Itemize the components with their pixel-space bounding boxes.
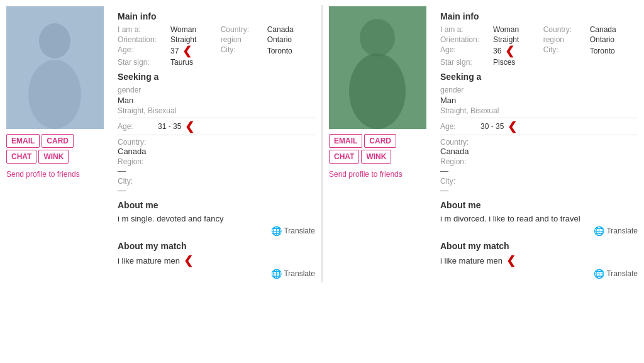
seeking-city-section-2: City: — — [440, 177, 638, 195]
country-value-2: Canada — [590, 25, 638, 34]
about-match-arrow-1: ❮ — [184, 255, 193, 266]
profile-photo-1 — [6, 6, 104, 129]
translate-about-btn-1[interactable]: 🌐 Translate — [271, 226, 315, 236]
seeking-country-section-2: Country: Canada — [440, 138, 638, 156]
seeking-country-value-2: Canada — [440, 147, 638, 156]
iam-label-2: I am a: — [440, 25, 491, 34]
wink-button-1[interactable]: WINK — [38, 150, 69, 164]
starsign-label-2: Star sign: — [440, 58, 491, 67]
divider-1a — [118, 118, 315, 118]
iam-value-2: Woman — [493, 25, 541, 34]
main-info-title-2: Main info — [440, 11, 638, 21]
starsign-value-2: Pisces — [493, 58, 541, 67]
seeking-age-row-1: Age: 31 - 35 ❮ — [118, 121, 315, 132]
seeking-country-label-1: Country: — [118, 138, 315, 147]
seeking-region-section-1: Region: — — [118, 157, 315, 176]
seeking-gender-label-2: gender — [440, 86, 638, 94]
seeking-country-value-1: Canada — [118, 147, 315, 156]
age-arrow-1: ❮ — [182, 45, 192, 57]
send-profile-link-1[interactable]: Send profile to friends — [6, 170, 80, 179]
translate-icon-match-1: 🌐 — [271, 269, 281, 279]
orientation-label-2: Orientation: — [440, 35, 491, 44]
profile-photo-2 — [329, 6, 426, 129]
left-col-1: EMAIL CARD CHAT WINK Send profile to fri… — [6, 6, 110, 281]
translate-row-about-2: 🌐 Translate — [440, 226, 638, 236]
seeking-orientation-2: Straight, Bisexual — [440, 106, 638, 115]
region-label-2: region — [543, 35, 587, 44]
wink-button-2[interactable]: WINK — [361, 150, 391, 164]
country-value-1: Canada — [267, 25, 315, 34]
iam-label-1: I am a: — [118, 25, 168, 34]
seeking-city-label-1: City: — [118, 177, 315, 186]
seeking-city-value-2: — — [440, 186, 638, 195]
translate-row-match-2: 🌐 Translate — [440, 269, 638, 279]
seeking-city-section-1: City: — — [118, 177, 315, 195]
age-value-1: 37 ❮ — [170, 45, 218, 57]
seeking-gender-value-1: Man — [118, 96, 315, 105]
seeking-age-label-1: Age: — [118, 122, 155, 131]
seeking-section-2: Seeking a gender Man Straight, Bisexual … — [440, 72, 638, 195]
right-col-2: Main info I am a: Woman Country: Canada … — [433, 6, 638, 281]
chat-button-1[interactable]: CHAT — [6, 150, 36, 164]
action-buttons-2: EMAIL CARD CHAT WINK — [329, 134, 426, 164]
page-wrapper: EMAIL CARD CHAT WINK Send profile to fri… — [0, 0, 644, 288]
divider-2b — [440, 135, 638, 135]
send-profile-link-2[interactable]: Send profile to friends — [329, 170, 402, 179]
about-me-title-1: About me — [118, 200, 315, 210]
city-value-1: Toronto — [267, 45, 315, 57]
about-match-title-2: About my match — [440, 241, 638, 251]
translate-match-btn-2[interactable]: 🌐 Translate — [594, 269, 638, 279]
iam-value-1: Woman — [170, 25, 218, 34]
country-label-1: Country: — [221, 25, 265, 34]
main-info-title-1: Main info — [118, 11, 315, 21]
about-match-arrow-2: ❮ — [506, 255, 516, 266]
seeking-region-value-1: — — [118, 166, 315, 176]
photo-placeholder-2 — [329, 6, 426, 129]
card-button-2[interactable]: CARD — [364, 134, 396, 148]
seeking-region-label-1: Region: — [118, 157, 315, 166]
main-info-grid-1: I am a: Woman Country: Canada Orientatio… — [118, 25, 315, 67]
about-match-text-1: i like mature men ❮ — [118, 255, 315, 266]
email-button-2[interactable]: EMAIL — [329, 134, 362, 148]
action-buttons-1: EMAIL CARD CHAT WINK — [6, 134, 104, 164]
age-label-1: Age: — [118, 45, 168, 57]
seeking-age-label-2: Age: — [440, 122, 478, 131]
age-label-2: Age: — [440, 45, 491, 57]
seeking-city-value-1: — — [118, 186, 315, 195]
seeking-gender-value-2: Man — [440, 96, 638, 105]
seeking-orientation-1: Straight, Bisexual — [118, 106, 315, 115]
seeking-region-section-2: Region: — — [440, 157, 638, 176]
about-match-title-1: About my match — [118, 241, 315, 251]
seeking-age-row-2: Age: 30 - 35 ❮ — [440, 121, 638, 132]
email-button-1[interactable]: EMAIL — [6, 134, 40, 148]
translate-match-btn-1[interactable]: 🌐 Translate — [271, 269, 315, 279]
right-col-1: Main info I am a: Woman Country: Canada … — [110, 6, 315, 281]
left-col-2: EMAIL CARD CHAT WINK Send profile to fri… — [329, 6, 433, 281]
seeking-city-label-2: City: — [440, 177, 638, 186]
orientation-value-1: Straight — [170, 35, 218, 44]
translate-row-match-1: 🌐 Translate — [118, 269, 315, 279]
city-label-1: City: — [221, 45, 265, 57]
starsign-value-1: Taurus — [170, 58, 218, 67]
card-button-1[interactable]: CARD — [42, 134, 74, 148]
region-value-1: Ontario — [267, 35, 315, 44]
seeking-title-1: Seeking a — [118, 72, 315, 82]
chat-button-2[interactable]: CHAT — [329, 150, 359, 164]
photo-svg-2 — [329, 6, 426, 129]
starsign-label-1: Star sign: — [118, 58, 168, 67]
svg-rect-3 — [6, 6, 104, 129]
photo-svg-1 — [6, 6, 104, 129]
age-arrow-2: ❮ — [505, 45, 514, 57]
translate-about-btn-2[interactable]: 🌐 Translate — [594, 226, 638, 236]
divider-1b — [118, 135, 315, 135]
about-me-text-1: i m single. devoted and fancy — [118, 214, 315, 223]
translate-row-about-1: 🌐 Translate — [118, 226, 315, 236]
seeking-country-label-2: Country: — [440, 138, 638, 147]
seeking-age-value-1: 31 - 35 ❮ — [158, 121, 194, 132]
region-label-1: region — [221, 35, 265, 44]
about-me-text-2: i m divorced. i like to read and to trav… — [440, 214, 638, 223]
translate-icon-2: 🌐 — [594, 226, 604, 236]
main-info-grid-2: I am a: Woman Country: Canada Orientatio… — [440, 25, 638, 67]
seeking-section-1: Seeking a gender Man Straight, Bisexual … — [118, 72, 315, 195]
age-value-2: 36 ❮ — [493, 45, 541, 57]
